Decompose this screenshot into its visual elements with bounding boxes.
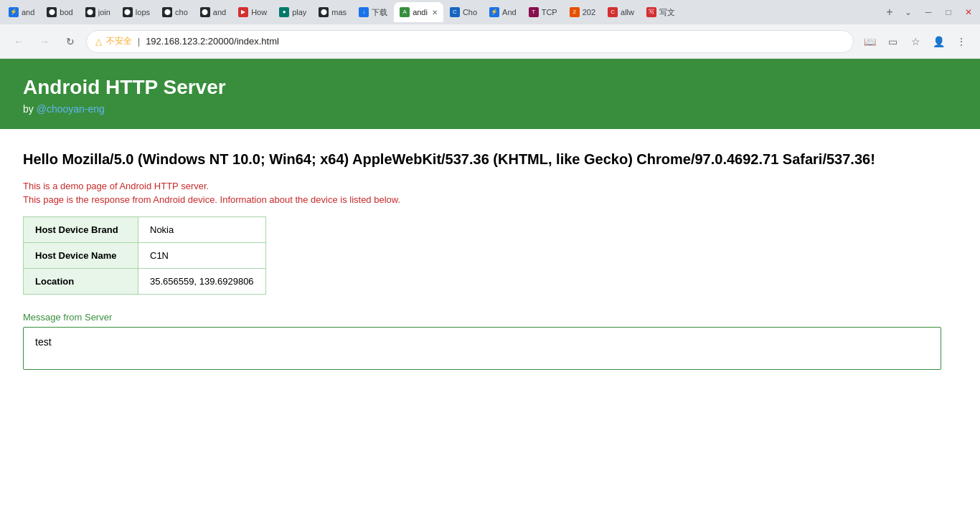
demo-line2: This page is the response from Android d… [23, 194, 957, 205]
tab-favicon: ⬤ [319, 7, 329, 17]
browser-tab-tab2[interactable]: ⬤bod [41, 2, 78, 22]
tab-label: bod [60, 8, 72, 16]
app-subtitle: by @chooyan-eng [23, 103, 957, 115]
device-info-table: Host Device BrandNokiaHost Device NameC1… [23, 216, 266, 295]
table-row: Host Device BrandNokia [24, 217, 266, 243]
browser-tab-tab8[interactable]: ●play [273, 2, 312, 22]
browser-chrome: ⚡and⬤bod⬤join⬤lops⬤cho⬤and▶How●play⬤mas↓… [0, 0, 980, 503]
browser-tab-tab16[interactable]: Callw [602, 2, 640, 22]
maximize-button[interactable]: □ [940, 4, 957, 21]
app-header: Android HTTP Server by @chooyan-eng [0, 59, 980, 129]
browser-tab-tab3[interactable]: ⬤join [80, 2, 116, 22]
tab-label: and [213, 8, 226, 16]
browser-tab-tab7[interactable]: ▶How [232, 2, 273, 22]
browser-tab-tab17[interactable]: 写写文 [641, 2, 681, 22]
tab-label: join [98, 8, 110, 16]
browser-tab-tab4[interactable]: ⬤lops [117, 2, 156, 22]
back-button[interactable]: ← [9, 32, 29, 52]
profile-icon[interactable]: 👤 [928, 32, 948, 52]
tab-favicon: ↓ [359, 7, 369, 17]
tab-favicon: ⬤ [162, 7, 172, 17]
message-box: test [23, 327, 941, 370]
device-info-value: 35.656559, 139.6929806 [138, 269, 266, 295]
tab-list-button[interactable]: ⌄ [900, 4, 917, 21]
tab-label: 写文 [659, 7, 675, 18]
tab-label: 下载 [372, 7, 387, 18]
bookmark-star-icon[interactable]: ☆ [905, 32, 925, 52]
browser-tab-tab10[interactable]: ↓下载 [353, 2, 393, 22]
browser-tab-tab12[interactable]: CCho [444, 2, 483, 22]
tab-label: Cho [463, 8, 477, 16]
browser-tab-tab14[interactable]: TTCP [523, 2, 563, 22]
tab-label: andi [413, 8, 428, 16]
tab-favicon: 写 [646, 7, 656, 17]
security-warning-icon: △ [95, 37, 102, 47]
device-info-label: Host Device Name [24, 243, 138, 269]
close-button[interactable]: ✕ [960, 4, 977, 21]
tab-label: play [292, 8, 306, 16]
tab-label: allw [621, 8, 634, 16]
tab-favicon: ⚡ [489, 7, 499, 17]
device-info-label: Host Device Brand [24, 217, 138, 243]
author-link[interactable]: @chooyan-eng [37, 103, 105, 115]
browser-tab-tab1[interactable]: ⚡and [3, 2, 40, 22]
tab-controls: ⌄ ─ □ ✕ [900, 4, 977, 21]
tab-label: and [22, 8, 34, 16]
tab-label: mas [331, 8, 347, 16]
tab-favicon: A [400, 7, 410, 17]
tab-label: 202 [583, 8, 595, 16]
browser-tab-tab13[interactable]: ⚡And [484, 2, 522, 22]
table-row: Host Device NameC1N [24, 243, 266, 269]
page-content: Android HTTP Server by @chooyan-eng Hell… [0, 59, 980, 503]
tab-bar: ⚡and⬤bod⬤join⬤lops⬤cho⬤and▶How●play⬤mas↓… [0, 0, 980, 24]
browser-tab-tab9[interactable]: ⬤mas [313, 2, 352, 22]
minimize-button[interactable]: ─ [920, 4, 937, 21]
tab-favicon: ⬤ [85, 7, 95, 17]
tab-favicon: ⬤ [47, 7, 57, 17]
browser-tab-tab15[interactable]: 2202 [564, 2, 601, 22]
tab-favicon: ● [279, 7, 289, 17]
tab-label: TCP [542, 8, 557, 16]
tab-favicon: 2 [570, 7, 580, 17]
url-display: 192.168.123.2:20000/index.html [146, 36, 844, 47]
device-info-label: Location [24, 269, 138, 295]
table-row: Location35.656559, 139.6929806 [24, 269, 266, 295]
main-content: Hello Mozilla/5.0 (Windows NT 10.0; Win6… [0, 129, 980, 390]
device-info-value: C1N [138, 243, 266, 269]
address-bar: ← → ↻ △ 不安全 | 192.168.123.2:20000/index.… [0, 24, 980, 59]
forward-button[interactable]: → [34, 32, 55, 52]
address-input-wrap[interactable]: △ 不安全 | 192.168.123.2:20000/index.html [86, 30, 854, 53]
tab-favicon: ▶ [238, 7, 248, 17]
tab-close-icon[interactable]: ✕ [432, 9, 438, 16]
tab-favicon: ⚡ [9, 7, 19, 17]
device-info-value: Nokia [138, 217, 266, 243]
message-label: Message from Server [23, 312, 957, 323]
toolbar-icons: 📖 ▭ ☆ 👤 ⋮ [859, 32, 971, 52]
tab-favicon: T [529, 7, 539, 17]
tab-favicon: C [608, 7, 618, 17]
tab-label: And [502, 8, 517, 16]
user-agent-text: Hello Mozilla/5.0 (Windows NT 10.0; Win6… [23, 149, 957, 169]
tab-favicon: C [450, 7, 460, 17]
security-warning-text: 不安全 [106, 35, 132, 47]
app-title: Android HTTP Server [23, 76, 957, 99]
cast-icon[interactable]: ▭ [882, 32, 903, 52]
browser-tab-tab11[interactable]: Aandi✕ [394, 2, 443, 22]
tab-label: cho [175, 8, 188, 16]
tab-favicon: ⬤ [200, 7, 210, 17]
subtitle-prefix: by [23, 103, 37, 115]
new-tab-button[interactable]: + [880, 2, 900, 22]
demo-line1: This is a demo page of Android HTTP serv… [23, 181, 957, 191]
browser-tab-tab5[interactable]: ⬤cho [156, 2, 194, 22]
tab-label: How [251, 8, 267, 16]
tab-label: lops [136, 8, 150, 16]
tab-favicon: ⬤ [123, 7, 133, 17]
reload-button[interactable]: ↻ [60, 32, 80, 52]
browser-tab-tab6[interactable]: ⬤and [194, 2, 232, 22]
reader-mode-icon[interactable]: 📖 [859, 32, 880, 52]
menu-icon[interactable]: ⋮ [951, 32, 971, 52]
